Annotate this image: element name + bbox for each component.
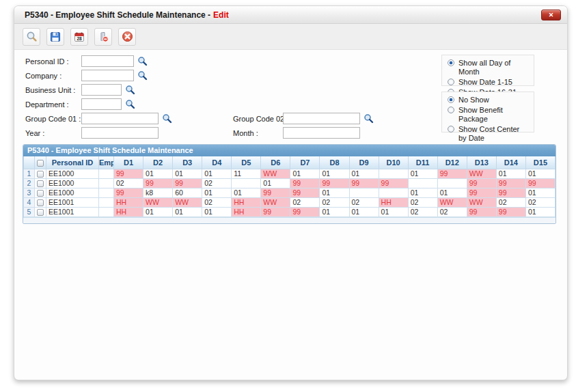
radio-show-all-day[interactable]: [448, 59, 454, 66]
day-cell[interactable]: 01: [379, 207, 408, 216]
option-show-date-1-15[interactable]: Show Date 1-15: [448, 78, 531, 87]
business-unit-input[interactable]: [81, 84, 122, 96]
day-cell[interactable]: WW: [261, 197, 290, 207]
option-show-cost-center[interactable]: Show Cost Center by Date: [448, 125, 531, 143]
day-cell[interactable]: 99: [320, 178, 349, 188]
day-cell[interactable]: 01: [261, 178, 290, 188]
day-cell[interactable]: 01: [408, 188, 437, 197]
day-cell[interactable]: 02: [525, 197, 555, 207]
day-cell[interactable]: 99: [173, 178, 202, 188]
radio-show-cost-center[interactable]: [448, 126, 454, 132]
personal-id-cell[interactable]: EE1001: [46, 207, 99, 216]
day-cell[interactable]: [408, 178, 437, 188]
day-cell[interactable]: 01: [320, 188, 349, 197]
day-cell[interactable]: 01: [143, 207, 173, 216]
day-cell[interactable]: 01: [525, 169, 555, 178]
day-cell[interactable]: 01: [202, 169, 232, 178]
day-cell[interactable]: 99: [496, 188, 525, 197]
day-cell[interactable]: 01: [202, 188, 232, 197]
company-input[interactable]: [81, 70, 134, 81]
row-checkbox[interactable]: [37, 190, 44, 197]
day-cell[interactable]: 01: [320, 207, 349, 216]
day-cell[interactable]: k8: [143, 188, 173, 197]
day-cell[interactable]: 02: [408, 197, 437, 207]
option-show-benefit-package[interactable]: Show Benefit Package: [448, 106, 531, 124]
close-button[interactable]: ✕: [541, 10, 561, 20]
group-code-02-input[interactable]: [283, 113, 360, 124]
day-cell[interactable]: 02: [202, 178, 232, 188]
remove-record-button[interactable]: [94, 28, 112, 46]
radio-show-date-1-15[interactable]: [448, 79, 454, 85]
day-cell[interactable]: 01: [202, 207, 232, 216]
day-cell[interactable]: 99: [525, 178, 555, 188]
radio-show-benefit-package[interactable]: [448, 107, 454, 113]
day-cell[interactable]: 99: [290, 178, 320, 188]
day-cell[interactable]: WW: [261, 169, 290, 178]
day-cell[interactable]: 99: [114, 188, 143, 197]
day-cell[interactable]: [379, 188, 408, 197]
day-cell[interactable]: HH: [232, 197, 261, 207]
search-button[interactable]: [23, 28, 40, 46]
day-cell[interactable]: 99: [114, 169, 143, 178]
day-cell[interactable]: 01: [349, 169, 379, 178]
day-cell[interactable]: 99: [467, 207, 496, 216]
day-cell[interactable]: 02: [408, 207, 437, 216]
row-checkbox[interactable]: [37, 171, 44, 178]
day-cell[interactable]: 99: [349, 178, 379, 188]
save-button[interactable]: [46, 28, 64, 46]
day-cell[interactable]: 02: [290, 197, 320, 207]
day-cell[interactable]: HH: [379, 197, 408, 207]
day-cell[interactable]: 99: [261, 207, 290, 216]
day-cell[interactable]: WW: [143, 197, 173, 207]
day-cell[interactable]: 99: [290, 207, 320, 216]
day-cell[interactable]: HH: [114, 197, 143, 207]
day-cell[interactable]: WW: [173, 197, 202, 207]
day-cell[interactable]: 01: [496, 169, 525, 178]
radio-no-show[interactable]: [448, 96, 454, 103]
day-cell[interactable]: 01: [437, 188, 467, 197]
empl-cell[interactable]: [99, 207, 114, 216]
day-cell[interactable]: 01: [408, 169, 437, 178]
day-cell[interactable]: 01: [173, 169, 202, 178]
day-cell[interactable]: 01: [173, 207, 202, 216]
empl-cell[interactable]: [99, 197, 114, 207]
personal-id-cell[interactable]: EE1001: [46, 197, 99, 207]
personal-id-input[interactable]: [81, 55, 134, 67]
day-cell[interactable]: 02: [496, 197, 525, 207]
day-cell[interactable]: 02: [437, 207, 467, 216]
day-cell[interactable]: 01: [232, 188, 261, 197]
day-cell[interactable]: 02: [202, 197, 232, 207]
day-cell[interactable]: 01: [525, 207, 555, 216]
personal-id-cell[interactable]: EE1000: [46, 169, 99, 178]
calendar-button[interactable]: 28: [70, 28, 88, 46]
group-code-01-input[interactable]: [81, 113, 159, 124]
personal-id-lookup-icon[interactable]: [137, 56, 148, 66]
cancel-button[interactable]: [118, 28, 136, 46]
day-cell[interactable]: HH: [232, 207, 261, 216]
empl-cell[interactable]: [99, 169, 114, 178]
day-cell[interactable]: 01: [290, 169, 320, 178]
select-all-checkbox[interactable]: [37, 160, 44, 167]
day-cell[interactable]: 60: [173, 188, 202, 197]
day-cell[interactable]: 99: [437, 169, 467, 178]
day-cell[interactable]: 02: [320, 197, 349, 207]
day-cell[interactable]: WW: [467, 197, 496, 207]
day-cell[interactable]: [349, 188, 379, 197]
day-cell[interactable]: HH: [114, 207, 143, 216]
year-input[interactable]: [81, 127, 159, 139]
company-lookup-icon[interactable]: [137, 70, 148, 81]
day-cell[interactable]: 01: [143, 169, 173, 178]
day-cell[interactable]: [232, 178, 261, 188]
personal-id-cell[interactable]: EE1000: [46, 188, 99, 197]
option-no-show[interactable]: No Show: [448, 96, 531, 104]
day-cell[interactable]: WW: [437, 197, 467, 207]
empl-cell[interactable]: [99, 188, 114, 197]
day-cell[interactable]: [379, 169, 408, 178]
month-input[interactable]: [283, 127, 360, 139]
business-unit-lookup-icon[interactable]: [125, 85, 135, 95]
day-cell[interactable]: 99: [496, 207, 525, 216]
row-checkbox[interactable]: [37, 180, 44, 187]
personal-id-cell[interactable]: EE1000: [46, 178, 99, 188]
day-cell[interactable]: 99: [290, 188, 320, 197]
option-show-all-day[interactable]: Show all Day of Month: [448, 59, 531, 76]
